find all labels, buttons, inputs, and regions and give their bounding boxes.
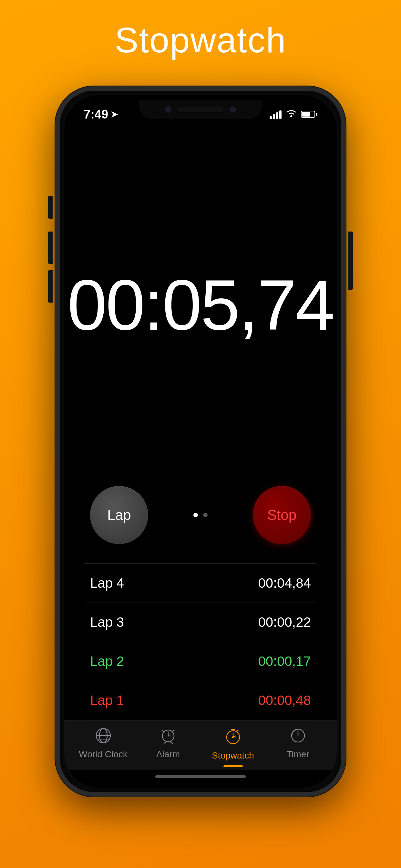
front-camera (165, 106, 172, 113)
page-title: Stopwatch (115, 20, 286, 60)
stop-button[interactable]: Stop (253, 486, 311, 544)
tab-label-timer: Timer (286, 749, 309, 760)
lap-list: Lap 4 00:04,84 Lap 3 00:00,22 Lap 2 00:0… (84, 563, 317, 720)
tab-label-alarm: Alarm (156, 749, 180, 760)
lap-time: 00:00,17 (258, 654, 311, 669)
lap-label: Lap 1 (90, 693, 124, 708)
screen: 7:49 ➤ (64, 95, 337, 787)
proximity-sensor (229, 106, 236, 113)
table-row: Lap 3 00:00,22 (84, 603, 317, 642)
svg-line-15 (237, 730, 238, 732)
table-row: Lap 1 00:00,48 (84, 681, 317, 720)
dot-1 (193, 513, 198, 517)
clock-label: 7:49 (84, 107, 108, 121)
svg-point-0 (290, 115, 292, 117)
lap-label: Lap 4 (90, 576, 124, 591)
status-icons (270, 109, 317, 120)
lap-time: 00:00,48 (258, 693, 311, 708)
sidebar-item-world-clock[interactable]: World Clock (71, 727, 135, 760)
speaker-grille (178, 107, 223, 112)
stopwatch-time: 00:05,74 (67, 270, 334, 341)
sidebar-item-stopwatch[interactable]: Stopwatch (201, 727, 266, 767)
table-row: Lap 2 00:00,17 (84, 642, 317, 681)
lap-label: Lap 2 (90, 654, 124, 669)
phone-shell: 7:49 ➤ (55, 86, 346, 797)
dot-2 (203, 513, 208, 517)
volume-up-button (48, 231, 53, 264)
battery-icon (301, 111, 317, 118)
main-content: 00:05,74 Lap Stop Lap 4 00:04,84 (64, 124, 337, 720)
page-indicator (193, 513, 208, 517)
stopwatch-icon (224, 727, 242, 748)
wifi-icon (285, 109, 297, 120)
notch (139, 100, 262, 119)
alarm-icon (159, 727, 177, 747)
phone-device: 7:49 ➤ (55, 86, 346, 797)
mute-button (48, 196, 53, 219)
tab-bar: World Clock Alarm (64, 720, 337, 770)
status-time: 7:49 ➤ (84, 107, 118, 121)
location-icon: ➤ (111, 110, 118, 120)
globe-icon (95, 727, 112, 747)
table-row: Lap 4 00:04,84 (84, 564, 317, 603)
controls-row: Lap Stop (84, 486, 317, 544)
active-tab-indicator (223, 765, 243, 767)
tab-label-world-clock: World Clock (79, 749, 127, 760)
power-button (348, 231, 353, 290)
timer-icon (289, 727, 307, 747)
timer-display-area: 00:05,74 (84, 124, 317, 486)
lap-time: 00:04,84 (258, 576, 311, 591)
lap-time: 00:00,22 (258, 615, 311, 630)
sidebar-item-alarm[interactable]: Alarm (135, 727, 201, 760)
signal-strength-icon (270, 110, 281, 119)
home-bar[interactable] (155, 775, 246, 778)
svg-point-14 (232, 736, 234, 738)
volume-down-button (48, 270, 53, 303)
home-indicator-area (64, 770, 337, 787)
tab-label-stopwatch: Stopwatch (212, 751, 254, 761)
lap-label: Lap 3 (90, 615, 124, 630)
sidebar-item-timer[interactable]: Timer (266, 727, 330, 760)
lap-button[interactable]: Lap (90, 486, 148, 544)
